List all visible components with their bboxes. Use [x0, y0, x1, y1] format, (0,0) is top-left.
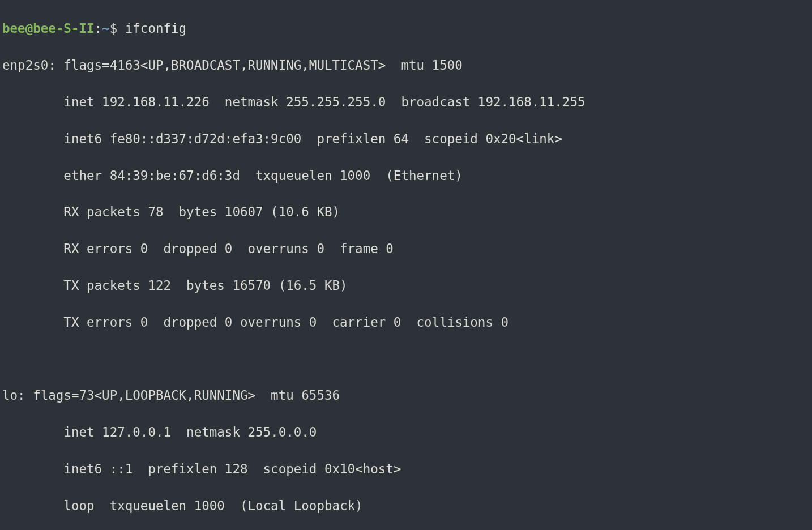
prompt-path: ~	[102, 21, 110, 36]
prompt-sep2: $	[110, 21, 125, 36]
iface-lo-inet: inet 127.0.0.1 netmask 255.0.0.0	[2, 423, 810, 441]
iface-enp2s0-rx-errors: RX errors 0 dropped 0 overruns 0 frame 0	[2, 240, 810, 258]
terminal-window[interactable]: bee@bee-S-II:~$ ifconfig enp2s0: flags=4…	[0, 0, 812, 530]
iface-lo-inet6: inet6 ::1 prefixlen 128 scopeid 0x10<hos…	[2, 460, 810, 478]
prompt-userhost: bee@bee-S-II	[2, 21, 95, 36]
prompt-sep1: :	[95, 21, 102, 36]
command-text: ifconfig	[125, 21, 186, 36]
iface-enp2s0-inet: inet 192.168.11.226 netmask 255.255.255.…	[2, 93, 810, 111]
iface-enp2s0-tx-packets: TX packets 122 bytes 16570 (16.5 KB)	[2, 276, 810, 294]
iface-enp2s0-header: enp2s0: flags=4163<UP,BROADCAST,RUNNING,…	[2, 56, 810, 74]
iface-lo-loop: loop txqueuelen 1000 (Local Loopback)	[2, 497, 810, 515]
iface-enp2s0-tx-errors: TX errors 0 dropped 0 overruns 0 carrier…	[2, 313, 810, 331]
iface-enp2s0-rx-packets: RX packets 78 bytes 10607 (10.6 KB)	[2, 203, 810, 221]
iface-enp2s0-ether: ether 84:39:be:67:d6:3d txqueuelen 1000 …	[2, 166, 810, 185]
blank-line	[2, 349, 810, 367]
prompt-line: bee@bee-S-II:~$ ifconfig	[2, 19, 810, 37]
iface-enp2s0-inet6: inet6 fe80::d337:d72d:efa3:9c00 prefixle…	[2, 130, 810, 148]
iface-lo-header: lo: flags=73<UP,LOOPBACK,RUNNING> mtu 65…	[2, 386, 810, 404]
